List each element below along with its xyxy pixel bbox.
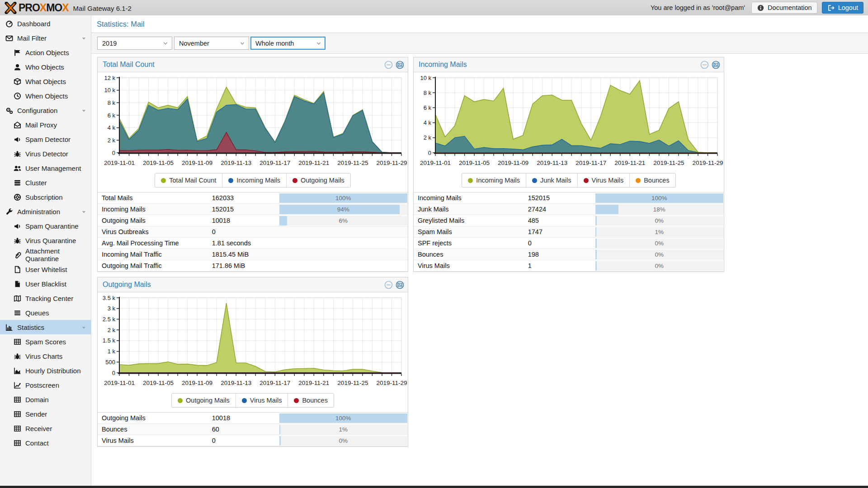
legend-item-bounces[interactable]: Bounces (629, 174, 675, 187)
legend-item-incoming-mails[interactable]: Incoming Mails (462, 174, 526, 187)
chart-area: 02 k4 k6 k8 k10 k12 k2019-11-012019-11-0… (98, 72, 408, 170)
svg-text:0: 0 (112, 370, 115, 376)
sidebar-item-statistics[interactable]: Statistics (0, 320, 91, 334)
percent-label: 0% (595, 239, 723, 248)
collapse-panel-button[interactable] (700, 61, 709, 69)
sidebar-item-label: Queues (25, 309, 49, 317)
chevron-down-icon[interactable] (81, 324, 87, 330)
bullhorn-icon (14, 136, 21, 143)
sidebar-item-subscription[interactable]: Subscription (0, 190, 91, 204)
collapse-panel-button[interactable] (384, 281, 393, 289)
svg-text:12 k: 12 k (104, 75, 115, 81)
panel-title: Total Mail Count (103, 61, 155, 69)
legend-item-bounces[interactable]: Bounces (288, 394, 333, 407)
chart-image-button[interactable] (712, 61, 720, 69)
sidebar-item-virus-detector[interactable]: Virus Detector (0, 146, 91, 161)
sidebar-item-label: Dashboard (17, 20, 50, 28)
documentation-label: Documentation (768, 4, 812, 11)
sidebar-item-label: Mail Proxy (25, 121, 57, 129)
mail-open-icon (14, 121, 21, 129)
collapse-panel-button[interactable] (384, 61, 393, 69)
percent-bar: 94% (279, 205, 407, 214)
month-select[interactable]: November (174, 37, 249, 50)
sidebar-item-mail-proxy[interactable]: Mail Proxy (0, 117, 91, 132)
svg-text:2019-11-17: 2019-11-17 (259, 380, 290, 386)
page-title: Statistics: Mail (97, 20, 144, 28)
legend-label: Outgoing Mails (186, 397, 230, 404)
sidebar-item-domain[interactable]: Domain (0, 392, 91, 407)
legend-item-virus-mails[interactable]: Virus Mails (236, 394, 288, 407)
svg-text:2019-11-21: 2019-11-21 (298, 380, 329, 386)
sidebar-item-hourly-distribution[interactable]: Hourly Distribution (0, 363, 91, 378)
percent-label: 18% (595, 205, 723, 214)
svg-text:4 k: 4 k (424, 119, 432, 126)
sidebar-item-virus-charts[interactable]: Virus Charts (0, 349, 91, 363)
sidebar-item-mail-filter[interactable]: Mail Filter (0, 31, 91, 45)
svg-text:10 k: 10 k (420, 75, 431, 81)
sidebar-item-tracking-center[interactable]: Tracking Center (0, 291, 91, 305)
sidebar-item-when-objects[interactable]: When Objects (0, 89, 91, 103)
sidebar-item-label: Subscription (25, 193, 63, 201)
range-select[interactable]: Whole month (250, 37, 326, 50)
sidebar-item-label: Spam Scores (25, 338, 66, 346)
logout-button[interactable]: Logout (822, 2, 863, 14)
gears-icon (5, 107, 13, 114)
file-filled-icon (14, 280, 21, 288)
stat-label: Junk Mails (418, 206, 528, 213)
svg-text:2019-11-21: 2019-11-21 (614, 160, 645, 166)
svg-text:2019-11-05: 2019-11-05 (143, 160, 174, 166)
table-row-virus-mails: Virus Mails00% (98, 435, 408, 446)
sidebar-item-user-blacklist[interactable]: User Blacklist (0, 277, 91, 291)
chart-image-button[interactable] (396, 61, 404, 69)
sidebar-item-receiver[interactable]: Receiver (0, 421, 91, 436)
sidebar-item-virus-quarantine[interactable]: Virus Quarantine (0, 233, 91, 248)
svg-text:2019-11-01: 2019-11-01 (104, 380, 135, 386)
legend-dot (584, 178, 589, 183)
svg-text:2019-11-05: 2019-11-05 (459, 160, 490, 166)
sidebar-item-queues[interactable]: Queues (0, 305, 91, 320)
sidebar-item-action-objects[interactable]: Action Objects (0, 45, 91, 60)
sidebar-item-label: Spam Quarantine (25, 222, 79, 230)
percent-bar: 100% (279, 413, 407, 423)
sidebar-item-postscreen[interactable]: Postscreen (0, 378, 91, 392)
sidebar-item-user-whitelist[interactable]: User Whitelist (0, 262, 91, 277)
sidebar-item-sender[interactable]: Sender (0, 407, 91, 421)
sidebar-item-user-management[interactable]: User Management (0, 161, 91, 175)
sidebar-item-dashboard[interactable]: Dashboard (0, 16, 91, 31)
cube-icon (14, 78, 21, 85)
legend-item-incoming-mails[interactable]: Incoming Mails (222, 174, 286, 187)
legend-item-total-mail-count[interactable]: Total Mail Count (155, 174, 222, 187)
bug-icon (14, 237, 21, 244)
chevron-down-icon[interactable] (81, 209, 87, 215)
year-select[interactable]: 2019 (97, 37, 172, 50)
documentation-button[interactable]: Documentation (751, 2, 817, 14)
sidebar-item-who-objects[interactable]: Who Objects (0, 60, 91, 74)
svg-text:2019-11-25: 2019-11-25 (653, 160, 684, 166)
wrench-icon (5, 208, 13, 216)
legend-item-junk-mails[interactable]: Junk Mails (526, 174, 577, 187)
chart-area: 02 k4 k6 k8 k10 k2019-11-012019-11-05201… (414, 72, 724, 170)
legend-item-virus-mails[interactable]: Virus Mails (577, 174, 630, 187)
sidebar-item-label: Statistics (17, 324, 44, 331)
dashboard-icon (5, 20, 13, 28)
sidebar-item-spam-scores[interactable]: Spam Scores (0, 334, 91, 349)
sidebar-item-attachment-quarantine[interactable]: Attachment Quarantine (0, 248, 91, 262)
sidebar-item-what-objects[interactable]: What Objects (0, 74, 91, 89)
sidebar-item-spam-detector[interactable]: Spam Detector (0, 132, 91, 146)
stat-label: Greylisted Mails (418, 217, 528, 224)
chevron-down-icon[interactable] (81, 35, 87, 41)
table-row-incoming-mail-traffic: Incoming Mail Traffic1815.45 MiB (98, 249, 408, 260)
sidebar-item-administration[interactable]: Administration (0, 204, 91, 219)
stat-value: 0 (212, 228, 279, 235)
legend-item-outgoing-mails[interactable]: Outgoing Mails (172, 394, 236, 407)
sidebar-item-spam-quarantine[interactable]: Spam Quarantine (0, 219, 91, 233)
chart-image-button[interactable] (396, 281, 404, 289)
legend-item-outgoing-mails[interactable]: Outgoing Mails (286, 174, 350, 187)
sidebar-item-cluster[interactable]: Cluster (0, 175, 91, 190)
sidebar-item-contact[interactable]: Contact (0, 436, 91, 450)
svg-text:2019-11-01: 2019-11-01 (104, 160, 135, 166)
sidebar-item-configuration[interactable]: Configuration (0, 103, 91, 117)
chevron-down-icon[interactable] (81, 108, 87, 113)
bullhorn-icon (14, 222, 21, 230)
bottom-edge-strip (0, 486, 868, 488)
